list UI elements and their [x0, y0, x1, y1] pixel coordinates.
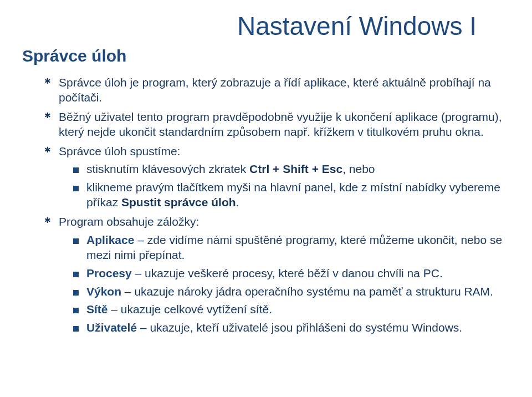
sub-list: stisknutím klávesových zkratek Ctrl + Sh… [59, 162, 510, 210]
sub-list-item: Sítě – ukazuje celkové vytížení sítě. [73, 302, 510, 317]
text-bold: Spustit správce úloh [121, 196, 236, 208]
page-title: Nastavení Windows I [22, 11, 510, 41]
text-post: . [236, 196, 239, 208]
list-text: Správce úloh spustíme: [59, 145, 180, 157]
tab-label: Výkon [86, 285, 121, 298]
sub-list-item: Výkon – ukazuje nároky jádra operačního … [73, 284, 510, 299]
tab-description: – ukazuje veškeré procesy, které běží v … [132, 267, 443, 279]
text-post: , nebo [342, 162, 375, 175]
list-item: Program obsahuje záložky: Aplikace – zde… [44, 215, 510, 335]
text-pre: stisknutím klávesových zkratek [86, 162, 249, 175]
tab-description: – ukazuje, kteří uživatelé jsou přihláše… [137, 321, 462, 334]
list-item: Správce úloh spustíme: stisknutím kláves… [44, 144, 510, 211]
sub-list-item: klikneme pravým tlačítkem myši na hlavní… [73, 180, 510, 210]
tab-label: Uživatelé [86, 321, 137, 334]
list-item: Správce úloh je program, který zobrazuje… [44, 75, 510, 105]
list-text: Správce úloh je program, který zobrazuje… [59, 76, 491, 104]
text-bold: Ctrl + Shift + Esc [249, 162, 342, 175]
section-heading: Správce úloh [22, 47, 510, 65]
main-list: Správce úloh je program, který zobrazuje… [22, 75, 510, 335]
tab-label: Sítě [86, 303, 108, 315]
list-item: Běžný uživatel tento program pravděpodob… [44, 110, 510, 140]
sub-list-item: Aplikace – zde vidíme námi spuštěné prog… [73, 233, 510, 263]
tab-description: – zde vidíme námi spuštěné programy, kte… [86, 233, 502, 261]
tab-label: Procesy [86, 267, 132, 279]
sub-list-item: stisknutím klávesových zkratek Ctrl + Sh… [73, 162, 510, 177]
tab-label: Aplikace [86, 233, 134, 246]
tab-description: – ukazuje celkové vytížení sítě. [108, 303, 272, 315]
tab-description: – ukazuje nároky jádra operačního systém… [121, 285, 493, 298]
list-text: Program obsahuje záložky: [59, 215, 199, 228]
sub-list: Aplikace – zde vidíme námi spuštěné prog… [59, 233, 510, 335]
list-text: Běžný uživatel tento program pravděpodob… [59, 110, 502, 138]
sub-list-item: Procesy – ukazuje veškeré procesy, které… [73, 266, 510, 281]
sub-list-item: Uživatelé – ukazuje, kteří uživatelé jso… [73, 320, 510, 335]
